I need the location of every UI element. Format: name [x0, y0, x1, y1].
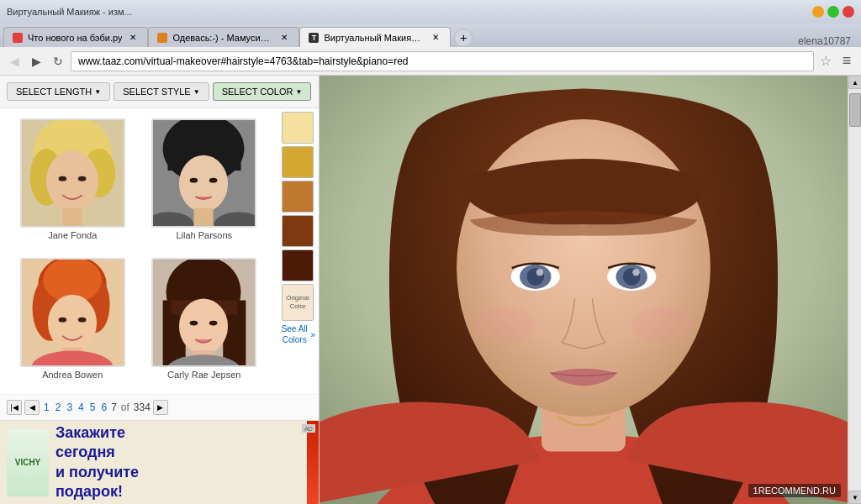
right-panel: 1RECOMMEND.RU — [320, 76, 848, 504]
select-color-btn[interactable]: SELECT COLOR ▼ — [213, 82, 312, 101]
select-style-label: SELECT STYLE — [123, 87, 191, 97]
ad-text-area: Закажите сегодня и получите подарок! — [55, 423, 312, 502]
browser-window: Виртуальный Макияж - изм... Что нового н… — [0, 0, 861, 504]
portrait-svg-lilah — [153, 118, 255, 228]
page-current: 7 — [111, 402, 117, 413]
scrollbar: ▲ ▼ — [848, 76, 861, 504]
color-swatch-3[interactable] — [282, 181, 314, 213]
style-img-jane-fonda — [20, 118, 125, 228]
page-link-2[interactable]: 2 — [54, 402, 63, 413]
tab-bar: Что нового на бэби.ру ✕ Одевась:-) - Мам… — [0, 24, 861, 47]
style-item-andrea-bowen[interactable]: Andrea Bowen — [7, 255, 139, 394]
close-window-btn[interactable] — [843, 6, 854, 18]
scroll-track[interactable] — [848, 89, 861, 491]
svg-point-49 — [632, 269, 639, 276]
style-label-andrea-bowen: Andrea Bowen — [42, 370, 103, 380]
page-link-5[interactable]: 5 — [88, 402, 98, 413]
portrait-carly — [153, 260, 255, 365]
styles-area: Jane Fonda — [0, 108, 277, 394]
forward-btn[interactable]: ▶ — [27, 52, 45, 71]
scroll-thumb[interactable] — [849, 93, 861, 127]
color-swatch-2[interactable] — [282, 146, 314, 178]
tab-close-2[interactable]: ✕ — [278, 32, 290, 44]
page-link-3[interactable]: 3 — [65, 402, 74, 413]
tab-bbiru[interactable]: Что нового на бэби.ру ✕ — [3, 27, 148, 47]
ad-line2: сегодня — [55, 443, 312, 462]
title-bar: Виртуальный Макияж - изм... — [0, 0, 861, 24]
see-all-arrow: » — [310, 329, 315, 340]
svg-point-33 — [179, 299, 228, 354]
page-link-1[interactable]: 1 — [42, 402, 51, 413]
tab-label-1: Что нового на бэби.ру — [28, 33, 122, 43]
ad-line3: и получите — [55, 463, 312, 482]
ad-red-accent — [307, 421, 319, 504]
see-all-colors-link[interactable]: See All Colors » — [280, 323, 315, 345]
style-label-lilah-parsons: Lilah Parsons — [176, 230, 232, 240]
style-item-lilah-parsons[interactable]: Lilah Parsons — [139, 115, 271, 255]
pagination: |◀ ◀ 1 2 3 4 5 6 7 of 334 ▶ — [0, 394, 319, 420]
svg-point-13 — [190, 178, 198, 183]
back-btn[interactable]: ◀ — [5, 52, 24, 71]
original-color-label: Original Color — [284, 294, 311, 310]
tab-favicon-2 — [157, 33, 167, 43]
style-label-carly-rae-jepsen: Carly Rae Jepsen — [167, 370, 240, 380]
minimize-btn[interactable] — [812, 6, 824, 18]
address-bar[interactable]: www.taaz.com/virtual-makeover#hairstyle=… — [71, 51, 814, 71]
portrait-svg-carly — [153, 258, 255, 367]
svg-point-24 — [58, 318, 66, 323]
tab-close-3[interactable]: ✕ — [430, 32, 441, 44]
style-img-lilah-parsons — [151, 118, 256, 228]
portrait-svg-andrea — [22, 258, 124, 367]
bookmark-star-icon[interactable]: ☆ — [820, 53, 832, 69]
tab-label-2: Одевась:-) - Мамусик.ру — [172, 33, 273, 43]
nav-bar: ◀ ▶ ↻ www.taaz.com/virtual-makeover#hair… — [0, 47, 861, 76]
page-link-6[interactable]: 6 — [99, 402, 108, 413]
reload-btn[interactable]: ↻ — [49, 52, 67, 71]
next-page-btn[interactable]: ▶ — [153, 400, 168, 415]
maximize-btn[interactable] — [827, 6, 839, 18]
select-length-btn[interactable]: SELECT LENGTH ▼ — [7, 82, 110, 101]
title-bar-text: Виртуальный Макияж - изм... — [7, 7, 809, 17]
see-all-label: See All Colors — [280, 323, 309, 345]
new-tab-btn[interactable]: + — [454, 29, 473, 47]
svg-point-4 — [46, 150, 98, 213]
ad-area: VICHY Закажите сегодня и получите подаро… — [0, 420, 319, 504]
svg-point-6 — [78, 176, 87, 181]
style-item-jane-fonda[interactable]: Jane Fonda — [7, 115, 139, 255]
main-photo — [320, 76, 848, 504]
style-dropdown-arrow: ▼ — [193, 88, 200, 96]
original-color-btn[interactable]: Original Color — [282, 284, 314, 321]
tab-favicon-1 — [13, 33, 23, 43]
ad-text: Закажите сегодня и получите подарок! — [55, 423, 312, 502]
tab-mamusik[interactable]: Одевась:-) - Мамусик.ру ✕ — [148, 27, 299, 47]
prev-page-btn[interactable]: ◀ — [24, 400, 40, 415]
page-content: SELECT LENGTH ▼ SELECT STYLE ▼ SELECT CO… — [0, 76, 861, 504]
tab-close-1[interactable]: ✕ — [127, 32, 139, 44]
svg-point-5 — [58, 176, 66, 181]
scroll-up-btn[interactable]: ▲ — [848, 76, 861, 89]
menu-btn[interactable]: ≡ — [837, 52, 856, 71]
tab-label-3: Виртуальный Макияж - изм... — [324, 33, 425, 43]
page-link-4[interactable]: 4 — [77, 402, 86, 413]
tab-taaz[interactable]: T Виртуальный Макияж - изм... ✕ — [299, 27, 451, 47]
portrait-lilah — [153, 120, 255, 226]
portrait-svg-jane — [22, 118, 124, 228]
hairstyle-grid: Jane Fonda — [0, 108, 319, 394]
style-img-carly-rae-jepsen — [151, 258, 256, 367]
style-item-carly-rae-jepsen[interactable]: Carly Rae Jepsen — [139, 255, 271, 394]
svg-point-35 — [209, 321, 218, 326]
color-swatch-1[interactable] — [282, 112, 314, 144]
scroll-down-btn[interactable]: ▼ — [848, 491, 861, 504]
color-swatch-4[interactable] — [282, 215, 314, 247]
first-page-btn[interactable]: |◀ — [7, 400, 22, 415]
color-swatch-5[interactable] — [282, 249, 314, 281]
page-of-text: of — [119, 402, 131, 413]
portrait-jane — [22, 120, 124, 226]
ad-line4: подарок! — [55, 482, 312, 501]
page-total: 334 — [134, 402, 151, 413]
ad-badge: AD — [302, 424, 315, 433]
select-style-btn[interactable]: SELECT STYLE ▼ — [114, 82, 209, 101]
tab-favicon-3: T — [309, 33, 319, 43]
style-label-jane-fonda: Jane Fonda — [48, 230, 97, 240]
select-color-label: SELECT COLOR — [222, 87, 293, 97]
